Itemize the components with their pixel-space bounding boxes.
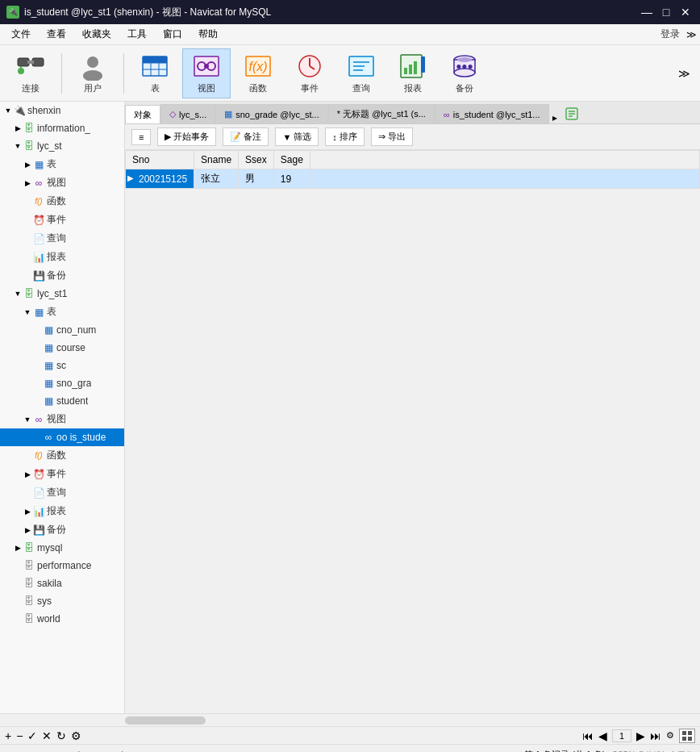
sidebar-item-course[interactable]: ▦ course [0, 339, 124, 357]
window-controls: — □ ✕ [639, 4, 694, 20]
tab-overflow[interactable]: ▸ [549, 112, 560, 123]
tab-1[interactable]: ◇ lyc_s... [160, 104, 215, 123]
connect-label: 连接 [22, 82, 40, 94]
sidebar-item-lyc-st-report[interactable]: 📊 报表 [0, 248, 124, 266]
remove-record-button[interactable]: − [16, 729, 23, 742]
expand-icon [23, 215, 32, 225]
note-button[interactable]: 📝 备注 [223, 127, 269, 146]
sidebar-label-lyc-st1: lyc_st1 [37, 288, 67, 299]
sidebar-item-lyc-st1-report[interactable]: ▶ 📊 报表 [0, 502, 124, 520]
menu-favorites[interactable]: 收藏夹 [74, 25, 119, 44]
toolbar-backup[interactable]: ●●● 备份 [440, 48, 489, 98]
refresh-button[interactable]: ↻ [56, 729, 66, 742]
sidebar-item-performance[interactable]: 🗄 performance [0, 557, 124, 574]
scrollbar-thumb[interactable] [125, 716, 206, 725]
sidebar-item-sc[interactable]: ▦ sc [0, 357, 124, 374]
sidebar-item-lyc-st1-table-folder[interactable]: ▼ ▦ 表 [0, 303, 124, 321]
sidebar-item-lyc-st1-event[interactable]: ▶ ⏰ 事件 [0, 465, 124, 483]
menu-help[interactable]: 帮助 [190, 25, 226, 44]
maximize-button[interactable]: □ [658, 4, 674, 20]
status-bar: SELECT * FROM `is_student` LIMIT 0, 1000… [0, 744, 700, 752]
nav-last-icon[interactable]: ⏭ [650, 729, 661, 742]
login-button[interactable]: 登录 [660, 27, 680, 41]
sidebar-item-lyc-st-event[interactable]: ⏰ 事件 [0, 211, 124, 229]
view-label: 视图 [198, 82, 215, 94]
toolbar-report[interactable]: 报表 [389, 48, 437, 98]
sidebar-item-lyc-st1-func[interactable]: f() 函数 [0, 446, 124, 465]
content-panel: 对象 ◇ lyc_s... ▦ sno_grade @lyc_st... * 无… [125, 102, 700, 713]
tab-objects[interactable]: 对象 [125, 105, 160, 124]
new-tab-button[interactable] [562, 104, 581, 123]
toolbar-view[interactable]: 视图 [182, 48, 231, 98]
sidebar-item-lyc-st1[interactable]: ▼ 🗄 lyc_st1 [0, 285, 124, 303]
close-button[interactable]: ✕ [677, 4, 694, 20]
nav-prev-icon[interactable]: ◀ [598, 729, 607, 742]
transaction-icon: ▶ [165, 132, 171, 142]
toolbar-event[interactable]: 事件 [285, 48, 334, 98]
minimize-button[interactable]: — [639, 4, 655, 20]
sort-button[interactable]: ↕ 排序 [325, 127, 365, 146]
table-folder-icon: ▦ [32, 306, 45, 319]
export-button[interactable]: ⇒ 导出 [371, 127, 413, 146]
nav-next-icon[interactable]: ▶ [636, 729, 645, 742]
sidebar-item-student[interactable]: ▦ student [0, 392, 124, 410]
sidebar-item-mysql[interactable]: ▶ 🗄 mysql [0, 539, 124, 557]
toolbar-connect[interactable]: 连接 [6, 48, 55, 98]
toolbar-table[interactable]: 表 [131, 48, 179, 98]
expand-icon: ▶ [23, 525, 32, 535]
confirm-button[interactable]: ✓ [27, 729, 37, 742]
sidebar-item-world[interactable]: 🗄 world [0, 610, 124, 628]
scrollbar-area[interactable] [0, 713, 700, 726]
query-folder-icon: 📄 [32, 487, 45, 499]
sidebar-item-lyc-st1-view-folder[interactable]: ▼ ∞ 视图 [0, 410, 124, 428]
menu-view[interactable]: 查看 [39, 25, 74, 44]
toolbar-more-icon[interactable]: ≫ [675, 64, 694, 83]
toolbar-func[interactable]: f(x) 函数 [234, 48, 282, 98]
sidebar-item-sakila[interactable]: 🗄 sakila [0, 574, 124, 592]
sidebar-item-shenxin[interactable]: ▼ 🔌 shenxin [0, 102, 124, 119]
sidebar-item-lyc-st-func[interactable]: f() 函数 [0, 192, 124, 211]
filter-button[interactable]: ▼ 筛选 [275, 127, 319, 146]
grid-view-button[interactable] [679, 729, 695, 743]
table-row[interactable]: 200215125 张立 男 19 [126, 169, 700, 189]
col-sname[interactable]: Sname [194, 151, 239, 169]
cell-sno: 200215125 [126, 169, 194, 189]
menu-button[interactable]: ≡ [131, 129, 151, 145]
sidebar-item-lyc-st1-query[interactable]: 📄 查询 [0, 483, 124, 502]
tab-3[interactable]: * 无标题 @lyc_st1 (s... [328, 104, 435, 123]
settings-button[interactable]: ⚙ [71, 729, 81, 742]
nav-first-icon[interactable]: ⏮ [582, 729, 594, 742]
sidebar-item-lyc-st-view[interactable]: ▶ ∞ 视图 [0, 173, 124, 192]
start-transaction-button[interactable]: ▶ 开始事务 [157, 127, 216, 146]
sidebar-item-lyc-st-query[interactable]: 📄 查询 [0, 229, 124, 248]
sidebar-item-information[interactable]: ▶ 🗄 information_ [0, 119, 124, 137]
menu-window[interactable]: 窗口 [155, 25, 190, 44]
sidebar-item-lyc-st-backup[interactable]: 💾 备份 [0, 266, 124, 285]
nav-settings-icon[interactable]: ⚙ [666, 730, 674, 741]
expand-icon: ▼ [13, 141, 23, 151]
sidebar-item-lyc-st1-backup[interactable]: ▶ 💾 备份 [0, 520, 124, 539]
toolbar-query[interactable]: 查询 [337, 48, 385, 98]
sidebar-item-sno-grade[interactable]: ▦ sno_gra [0, 374, 124, 392]
col-sage[interactable]: Sage [273, 151, 310, 169]
tab-4[interactable]: ∞ is_student @lyc_st1... [435, 104, 549, 123]
tab-1-icon: ◇ [169, 109, 176, 119]
bottom-actions: + − ✓ ✕ ↻ ⚙ [5, 729, 81, 742]
tab-2[interactable]: ▦ sno_grade @lyc_st... [215, 104, 328, 123]
export-icon: ⇒ [378, 132, 385, 142]
toolbar-user[interactable]: 用户 [69, 48, 117, 98]
page-number[interactable]: 1 [612, 729, 631, 742]
menu-file[interactable]: 文件 [3, 25, 39, 44]
sidebar-item-lyc-st[interactable]: ▼ 🗄 lyc_st [0, 137, 124, 155]
object-toolbar: ≡ ▶ 开始事务 📝 备注 ▼ 筛选 ↕ 排序 ⇒ 导出 [125, 124, 700, 150]
col-sno[interactable]: Sno [126, 151, 194, 169]
sidebar-item-sys[interactable]: 🗄 sys [0, 592, 124, 610]
cancel-edit-button[interactable]: ✕ [42, 729, 52, 742]
col-ssex[interactable]: Ssex [239, 151, 274, 169]
menu-more-icon[interactable]: ≫ [686, 29, 697, 40]
sidebar-item-is-student[interactable]: ∞ oo is_stude [0, 428, 124, 446]
sidebar-item-lyc-st-table[interactable]: ▶ ▦ 表 [0, 155, 124, 173]
menu-tools[interactable]: 工具 [119, 25, 155, 44]
sidebar-item-cno-num[interactable]: ▦ cno_num [0, 321, 124, 339]
add-record-button[interactable]: + [5, 729, 11, 742]
